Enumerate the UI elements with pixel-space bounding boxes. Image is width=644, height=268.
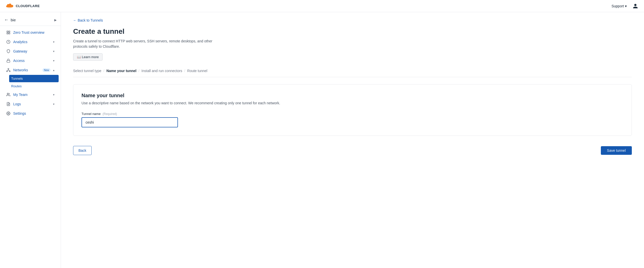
top-nav-right: Support ▾ bbox=[612, 3, 639, 10]
svg-rect-2 bbox=[7, 33, 8, 34]
support-label: Support bbox=[612, 4, 624, 8]
sidebar-item-logs[interactable]: Logs ▾ bbox=[2, 99, 59, 109]
networks-sub-items: Tunnels Routes bbox=[0, 75, 61, 90]
svg-rect-1 bbox=[9, 31, 10, 32]
sidebar-item-gateway[interactable]: Gateway ▾ bbox=[2, 47, 59, 56]
chevron-down-icon: ▾ bbox=[53, 103, 55, 106]
logo-text: CLOUDFLARE bbox=[16, 4, 40, 8]
main-content: ← Back to Tunnels Create a tunnel Create… bbox=[61, 12, 644, 268]
step-divider-3: / bbox=[184, 69, 185, 73]
sidebar-item-label: Gateway bbox=[13, 49, 51, 53]
back-button[interactable]: Back bbox=[73, 146, 92, 155]
sidebar-item-my-team[interactable]: My Team ▾ bbox=[2, 90, 59, 99]
svg-rect-5 bbox=[7, 60, 10, 62]
sidebar-sub-item-routes[interactable]: Routes bbox=[11, 82, 61, 90]
sidebar-sub-item-tunnels[interactable]: Tunnels bbox=[9, 75, 59, 82]
logs-icon bbox=[6, 102, 11, 106]
sidebar-item-label: Settings bbox=[13, 111, 55, 115]
chevron-down-icon: ▾ bbox=[53, 40, 55, 44]
page-layout: ← bie ▶ Zero Trust overview Analytics ▾ bbox=[0, 12, 644, 268]
back-to-tunnels-link[interactable]: ← Back to Tunnels bbox=[73, 18, 632, 22]
steps-breadcrumb: Select tunnel type / Name your tunnel / … bbox=[73, 69, 632, 77]
chevron-down-icon: ▾ bbox=[53, 93, 55, 96]
required-indicator: (Required) bbox=[103, 112, 117, 116]
sidebar-item-settings[interactable]: Settings bbox=[2, 109, 59, 118]
team-icon bbox=[6, 92, 11, 97]
account-selector[interactable]: ← bie ▶ bbox=[0, 15, 61, 26]
step-name-tunnel: Name your tunnel bbox=[106, 69, 136, 73]
sidebar: ← bie ▶ Zero Trust overview Analytics ▾ bbox=[0, 12, 61, 268]
sidebar-item-analytics[interactable]: Analytics ▾ bbox=[2, 37, 59, 46]
gateway-icon bbox=[6, 49, 11, 54]
sidebar-item-label: Zero Trust overview bbox=[13, 30, 55, 35]
svg-point-6 bbox=[8, 68, 9, 69]
svg-point-8 bbox=[9, 71, 10, 72]
analytics-icon bbox=[6, 40, 11, 44]
sidebar-item-zero-trust-overview[interactable]: Zero Trust overview bbox=[2, 28, 59, 37]
settings-icon bbox=[6, 111, 11, 116]
account-back-icon: ← bbox=[4, 17, 9, 23]
page-title: Create a tunnel bbox=[73, 27, 632, 36]
new-badge: New bbox=[42, 68, 51, 72]
svg-point-7 bbox=[7, 71, 8, 72]
svg-rect-3 bbox=[9, 33, 10, 34]
user-account-icon[interactable] bbox=[632, 3, 639, 10]
page-description: Create a tunnel to connect HTTP web serv… bbox=[73, 39, 225, 49]
name-tunnel-form-card: Name your tunnel Use a descriptive name … bbox=[73, 84, 632, 136]
support-chevron-icon: ▾ bbox=[625, 4, 627, 8]
sidebar-item-label: Logs bbox=[13, 102, 51, 106]
account-name: bie bbox=[11, 18, 16, 22]
chevron-up-icon: ▴ bbox=[53, 69, 55, 72]
tunnel-name-input[interactable] bbox=[81, 117, 178, 127]
top-navigation: CLOUDFLARE Support ▾ bbox=[0, 0, 644, 12]
sidebar-item-networks[interactable]: Networks New ▴ bbox=[2, 65, 59, 75]
svg-point-9 bbox=[7, 93, 8, 94]
tunnel-name-label: Tunnel name (Required) bbox=[81, 112, 623, 116]
sidebar-item-access[interactable]: Access ▾ bbox=[2, 56, 59, 65]
grid-icon bbox=[6, 30, 11, 35]
chevron-down-icon: ▾ bbox=[53, 59, 55, 62]
networks-icon bbox=[6, 68, 11, 72]
svg-point-12 bbox=[8, 113, 9, 114]
form-card-description: Use a descriptive name based on the netw… bbox=[81, 100, 623, 106]
step-divider-2: / bbox=[138, 69, 139, 73]
form-footer-buttons: Back Save tunnel bbox=[73, 144, 632, 155]
chevron-down-icon: ▾ bbox=[53, 50, 55, 53]
step-install-connectors: Install and run connectors bbox=[141, 69, 182, 73]
cloudflare-logo: CLOUDFLARE bbox=[5, 3, 40, 9]
account-arrow-icon: ▶ bbox=[54, 18, 57, 22]
step-route-tunnel: Route tunnel bbox=[187, 69, 207, 73]
learn-more-button[interactable]: 📖 Learn more bbox=[73, 53, 103, 61]
sidebar-item-label: Networks bbox=[13, 68, 40, 72]
save-tunnel-button[interactable]: Save tunnel bbox=[601, 146, 632, 155]
svg-rect-0 bbox=[7, 31, 8, 32]
form-card-title: Name your tunnel bbox=[81, 93, 623, 98]
access-icon bbox=[6, 58, 11, 63]
step-select-type: Select tunnel type bbox=[73, 69, 101, 73]
sidebar-item-label: My Team bbox=[13, 93, 51, 97]
sidebar-item-label: Analytics bbox=[13, 40, 51, 44]
support-button[interactable]: Support ▾ bbox=[612, 4, 627, 8]
step-divider-1: / bbox=[103, 69, 104, 73]
sidebar-item-label: Access bbox=[13, 59, 51, 63]
